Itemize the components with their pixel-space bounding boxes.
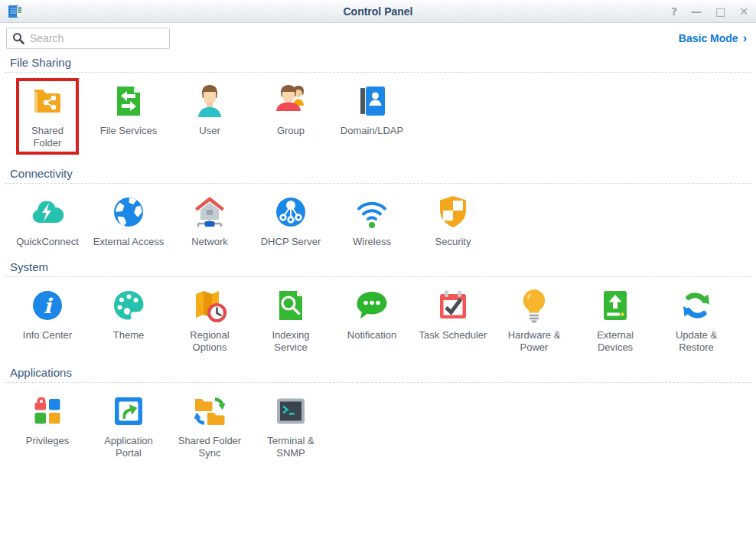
launcher-item-wireless[interactable]: Wireless [331,194,412,248]
launcher-item-terminal-snmp[interactable]: Terminal & SNMP [250,393,331,459]
network-icon [191,194,228,230]
launcher-item-shared-folder-sync[interactable]: Shared Folder Sync [169,393,250,459]
maximize-icon[interactable]: □ [715,6,725,17]
launcher-item-hardware-power[interactable]: Hardware & Power [494,287,575,354]
section-title-file-sharing: File Sharing [10,56,756,69]
domain-ldap-icon [354,83,390,119]
external-access-icon [110,194,147,230]
launcher-item-label: Shared Folder Sync [174,435,246,459]
launcher-item-privileges[interactable]: Privileges [7,393,88,447]
launcher-item-label: File Services [100,125,157,137]
section-applications: Applications Privileges Application Port… [0,366,756,466]
indexing-service-icon [272,287,309,324]
launcher-item-label: Notification [347,329,396,341]
external-devices-icon [597,287,634,324]
launcher-item-label: Regional Options [174,329,246,354]
launcher-item-label: Group [277,125,305,137]
info-center-icon: i [29,287,66,324]
basic-mode-link[interactable]: Basic Mode › [679,32,747,44]
section-title-applications: Applications [10,366,756,379]
launcher-item-label: Indexing Service [255,329,327,354]
search-box [6,28,170,49]
launcher-item-domain-ldap[interactable]: Domain/LDAP [331,83,412,137]
launcher-item-label: Wireless [353,236,391,248]
launcher-item-label: QuickConnect [16,236,79,248]
launcher-item-network[interactable]: Network [169,194,250,248]
launcher-item-external-devices[interactable]: External Devices [575,287,656,354]
application-portal-icon [110,393,147,430]
launcher-item-group[interactable]: Group [250,83,331,137]
terminal-snmp-icon [272,393,309,430]
launcher-item-label: Info Center [23,329,72,341]
launcher-item-dhcp-server[interactable]: DHCP Server [250,194,331,248]
dhcp-server-icon [272,194,309,230]
launcher-item-label: Security [435,236,471,248]
launcher-item-label: Network [191,236,228,248]
launcher-item-label: Theme [113,329,144,341]
section-grid: Privileges Application Portal Shared Fol… [0,383,756,466]
launcher-item-theme[interactable]: Theme [88,287,169,341]
launcher-item-label: Application Portal [93,435,165,459]
launcher-item-security[interactable]: Security [412,194,494,248]
launcher-item-user[interactable]: User [169,83,250,137]
hardware-power-icon [516,287,552,324]
launcher-item-label: User [199,125,220,137]
launcher-item-notification[interactable]: Notification [331,287,412,341]
launcher-item-label: Task Scheduler [419,329,487,341]
section-file-sharing: File Sharing Shared Folder File Services… [0,56,756,162]
launcher-item-info-center[interactable]: i Info Center [7,287,88,341]
privileges-icon [29,393,66,430]
launcher-item-label: DHCP Server [261,236,321,248]
theme-icon [110,287,147,324]
control-panel-body: File Sharing Shared Folder File Services… [0,56,756,466]
launcher-item-indexing-service[interactable]: Indexing Service [250,287,331,354]
section-grid: i Info Center Theme Regional Options Ind… [0,277,756,361]
launcher-item-label: Terminal & SNMP [255,435,327,459]
notification-icon [354,287,390,324]
basic-mode-label: Basic Mode [679,32,738,44]
launcher-item-label: Privileges [26,435,69,447]
section-title-connectivity: Connectivity [10,167,756,180]
shared-folder-sync-icon [191,393,228,430]
user-icon [191,83,228,119]
task-scheduler-icon [435,287,471,324]
search-input[interactable] [6,28,170,49]
launcher-item-label: Hardware & Power [498,329,570,354]
section-system: System i Info Center Theme Regional Opti… [0,260,756,361]
search-icon [12,32,24,44]
close-icon[interactable]: ✕ [739,6,748,17]
launcher-item-label: Update & Restore [660,329,732,354]
security-icon [435,194,471,230]
toolbar: Basic Mode › [0,23,756,51]
regional-options-icon [191,287,228,324]
wireless-icon [354,194,390,230]
launcher-item-file-services[interactable]: File Services [88,83,169,137]
file-services-icon [110,83,147,119]
section-connectivity: Connectivity QuickConnect External Acces… [0,167,756,255]
launcher-item-application-portal[interactable]: Application Portal [88,393,169,459]
help-icon[interactable]: ? [671,6,677,17]
launcher-item-shared-folder[interactable]: Shared Folder [16,78,79,155]
launcher-item-external-access[interactable]: External Access [88,194,169,248]
minimize-icon[interactable]: — [691,6,702,17]
titlebar: Control Panel ? — □ ✕ [0,0,756,23]
control-panel-app-icon [8,4,23,19]
launcher-item-label: External Devices [579,329,651,354]
section-grid: Shared Folder File Services User Group D… [0,73,756,162]
update-restore-icon [678,287,715,324]
launcher-item-update-restore[interactable]: Update & Restore [656,287,737,354]
quickconnect-icon [29,194,66,230]
group-icon [272,83,309,119]
window-title: Control Panel [0,5,756,18]
window-controls: ? — □ ✕ [671,6,748,17]
shared-folder-icon [29,83,66,119]
section-grid: QuickConnect External Access Network DHC… [0,184,756,255]
launcher-item-task-scheduler[interactable]: Task Scheduler [412,287,494,341]
launcher-item-quickconnect[interactable]: QuickConnect [7,194,88,248]
launcher-item-label: Domain/LDAP [341,125,403,137]
launcher-item-regional-options[interactable]: Regional Options [169,287,250,354]
launcher-item-label: External Access [93,236,165,248]
chevron-right-icon: › [743,32,747,44]
section-title-system: System [10,260,756,273]
launcher-item-label: Shared Folder [20,125,75,149]
